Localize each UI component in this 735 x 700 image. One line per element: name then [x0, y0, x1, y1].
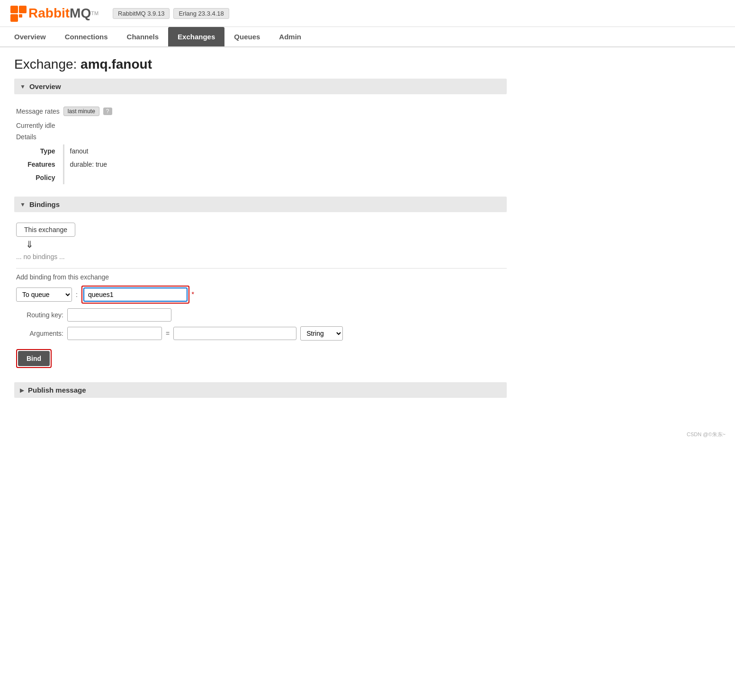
- footer: CSDN @©朱东~: [0, 426, 735, 443]
- logo-mq-text: MQ: [70, 6, 91, 21]
- overview-section-title: Overview: [29, 82, 61, 90]
- overview-collapse-arrow: ▼: [20, 83, 26, 90]
- svg-rect-1: [19, 6, 27, 13]
- nav-bar: Overview Connections Channels Exchanges …: [0, 27, 735, 47]
- bindings-collapse-arrow: ▼: [20, 201, 26, 208]
- arguments-value-input[interactable]: [173, 327, 296, 340]
- bind-button-wrapper: Bind: [16, 349, 52, 368]
- features-key: durable:: [70, 161, 94, 168]
- last-minute-badge: last minute: [63, 107, 99, 116]
- arguments-row: Arguments: = String Number Boolean: [16, 326, 507, 341]
- add-binding-section: Add binding from this exchange To queue …: [16, 268, 507, 368]
- message-rates-label: Message rates: [16, 108, 60, 115]
- nav-item-admin[interactable]: Admin: [269, 27, 311, 46]
- details-features-row: Features durable: true: [16, 158, 507, 171]
- policy-label: Policy: [16, 171, 63, 184]
- to-queue-row: To queue To exchange :: [16, 286, 507, 304]
- features-label: Features: [16, 158, 63, 171]
- details-policy-row: Policy: [16, 171, 507, 184]
- top-bar: RabbitMQTM RabbitMQ 3.9.13 Erlang 23.3.4…: [0, 0, 735, 27]
- logo: RabbitMQTM: [9, 5, 99, 22]
- queue-input-wrapper: [83, 287, 188, 302]
- add-binding-title: Add binding from this exchange: [16, 268, 507, 281]
- logo-icon: [9, 5, 27, 22]
- features-value: durable: true: [63, 158, 507, 171]
- routing-key-label: Routing key:: [16, 311, 63, 319]
- logo-tm: TM: [91, 10, 99, 16]
- queue-input-outer-border: [81, 286, 189, 304]
- nav-item-channels[interactable]: Channels: [117, 27, 169, 46]
- nav-item-exchanges[interactable]: Exchanges: [168, 27, 224, 46]
- page-title-prefix: Exchange:: [14, 57, 77, 72]
- version-badges: RabbitMQ 3.9.13 Erlang 23.3.4.18: [113, 8, 229, 19]
- equals-sign: =: [166, 330, 170, 337]
- no-bindings-text: ... no bindings ...: [16, 253, 507, 260]
- publish-section-title: Publish message: [28, 386, 86, 394]
- rabbitmq-version-badge: RabbitMQ 3.9.13: [113, 8, 170, 19]
- publish-section-header[interactable]: ▶ Publish message: [14, 382, 507, 398]
- svg-rect-0: [10, 6, 18, 13]
- main-content: Exchange: amq.fanout ▼ Overview Message …: [0, 47, 521, 407]
- bindings-section-header[interactable]: ▼ Bindings: [14, 197, 507, 212]
- type-value: fanout: [63, 144, 507, 158]
- footer-text: CSDN @©朱东~: [687, 431, 726, 437]
- overview-section-content: Message rates last minute ? Currently id…: [14, 100, 507, 197]
- this-exchange-box: This exchange: [16, 223, 75, 237]
- page-title: Exchange: amq.fanout: [14, 57, 507, 72]
- details-type-row: Type fanout: [16, 144, 507, 158]
- features-true: true: [96, 161, 107, 168]
- type-select[interactable]: String Number Boolean: [300, 326, 343, 341]
- down-arrow: ⇓: [26, 239, 507, 250]
- publish-collapse-arrow: ▶: [20, 387, 24, 394]
- message-rates-row: Message rates last minute ?: [16, 105, 507, 118]
- overview-section-header[interactable]: ▼ Overview: [14, 79, 507, 94]
- exchange-name: amq.fanout: [81, 57, 152, 72]
- logo-rabbit-text: Rabbit: [28, 6, 70, 21]
- erlang-version-badge: Erlang 23.3.4.18: [173, 8, 229, 19]
- bindings-section-title: Bindings: [29, 200, 60, 208]
- type-label: Type: [16, 144, 63, 158]
- nav-item-connections[interactable]: Connections: [55, 27, 117, 46]
- queue-name-input[interactable]: [83, 287, 188, 302]
- routing-key-input[interactable]: [67, 308, 171, 322]
- arguments-label: Arguments:: [16, 330, 63, 337]
- nav-item-overview[interactable]: Overview: [5, 27, 55, 46]
- help-badge[interactable]: ?: [103, 108, 112, 115]
- svg-rect-2: [10, 14, 18, 22]
- policy-value: [63, 171, 507, 184]
- colon-separator: :: [76, 291, 78, 298]
- svg-rect-3: [19, 14, 22, 18]
- arguments-key-input[interactable]: [67, 327, 162, 340]
- details-table: Type fanout Features durable: true Polic…: [16, 144, 507, 184]
- nav-item-queues[interactable]: Queues: [224, 27, 269, 46]
- details-label: Details: [16, 133, 507, 141]
- to-queue-select[interactable]: To queue To exchange: [16, 287, 72, 302]
- routing-key-row: Routing key:: [16, 308, 507, 322]
- bind-button[interactable]: Bind: [18, 351, 50, 366]
- bindings-section-content: This exchange ⇓ ... no bindings ... Add …: [14, 218, 507, 373]
- currently-idle-text: Currently idle: [16, 122, 507, 129]
